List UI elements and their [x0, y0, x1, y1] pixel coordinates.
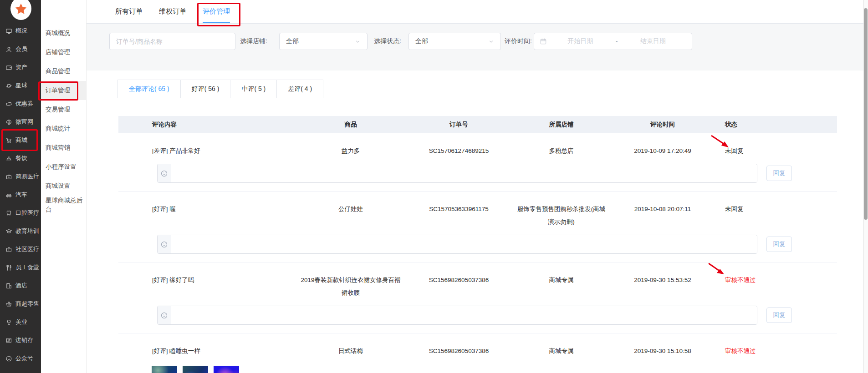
header-product: 商品 — [301, 116, 401, 133]
cloche-icon — [5, 155, 12, 162]
scrollbar-thumb[interactable] — [864, 8, 868, 220]
sidebar-item-planet[interactable]: 星球 — [0, 76, 41, 95]
utensils-icon — [5, 264, 12, 271]
reply-button[interactable]: 回复 — [766, 307, 792, 323]
date-range-picker[interactable]: 开始日期 - 结束日期 — [534, 33, 692, 50]
coupon-icon — [5, 101, 12, 107]
menu-item-mall-statistics[interactable]: 商城统计 — [41, 119, 86, 138]
chevron-down-icon — [488, 39, 494, 45]
sidebar-item-education[interactable]: 教育培训 — [0, 222, 41, 240]
menu-item-planet-mall-admin[interactable]: 星球商城总后台 — [41, 196, 86, 215]
sidebar-item-coupon[interactable]: 优惠券 — [0, 95, 41, 113]
review-status: 审核不通过 — [720, 345, 837, 358]
scrollbar-track[interactable] — [863, 0, 868, 373]
review-order-no: SC157061274689215 — [401, 145, 517, 157]
sidebar-item-member[interactable]: 会员 — [0, 40, 41, 58]
review-shop: 服饰零售预售团购秒杀批发(商城演示勿删) — [517, 203, 606, 228]
header-time: 评论时间 — [606, 116, 720, 133]
menu-item-trade-management[interactable]: 交易管理 — [41, 100, 86, 119]
table-header: 评论内容 商品 订单号 所属店铺 评论时间 状态 — [118, 116, 837, 133]
globe-icon — [5, 119, 12, 126]
main-content: 所有订单 维权订单 评价管理 选择店铺: 全部 选择状态: 全部 评价时间: 开… — [87, 0, 863, 373]
sidebar-item-assets[interactable]: 资产 — [0, 58, 41, 76]
menu-item-shop-management[interactable]: 店铺管理 — [41, 43, 86, 62]
avatar[interactable] — [10, 0, 31, 20]
sidebar-item-label: 酒店 — [15, 282, 27, 290]
emoji-button[interactable] — [158, 164, 171, 182]
menu-item-order-management[interactable]: 订单管理 — [41, 81, 86, 100]
smiley-icon — [160, 312, 168, 319]
shop-select[interactable]: 全部 — [279, 33, 368, 50]
sidebar-item-community-medical[interactable]: 社区医疗 — [0, 240, 41, 258]
sidebar-item-overview[interactable]: 概况 — [0, 22, 41, 40]
order-tab-bar: 所有订单 维权订单 评价管理 — [87, 0, 863, 24]
review-row: [好评] 瞌睡虫一样 日式话梅 SC156982605037386 商城专属 2… — [118, 333, 837, 361]
calendar-icon — [540, 38, 547, 45]
search-input[interactable] — [109, 33, 235, 50]
sidebar-item-micro-site[interactable]: 微官网 — [0, 113, 41, 131]
sidebar-item-retail[interactable]: 商超零售 — [0, 295, 41, 313]
review-comment: [好评] 喔 — [118, 203, 301, 228]
review-image[interactable] — [183, 366, 208, 373]
review-order-no: SC156982605037386 — [401, 345, 517, 358]
sidebar-item-hotel[interactable]: 酒店 — [0, 277, 41, 295]
review-image[interactable] — [214, 366, 239, 373]
reply-button[interactable]: 回复 — [766, 237, 792, 252]
smiley-icon — [160, 241, 168, 248]
sidebar-item-staff-canteen[interactable]: 员工食堂 — [0, 258, 41, 277]
review-status: 未回复 — [720, 145, 837, 157]
review-tab-bar: 全部评论( 65 ) 好评( 56 ) 中评( 5 ) 差评( 4 ) — [117, 80, 323, 98]
chat-icon — [5, 355, 12, 362]
sidebar-item-label: 商城 — [15, 136, 27, 144]
assets-icon — [5, 64, 12, 71]
shop-filter-label: 选择店铺: — [240, 33, 267, 50]
reply-input[interactable] — [171, 164, 757, 182]
sidebar-item-official-account[interactable]: 公众号 — [0, 349, 41, 368]
car-icon — [5, 192, 12, 198]
menu-item-mall-overview[interactable]: 商城概况 — [41, 24, 86, 43]
sidebar-item-label: 星球 — [15, 81, 27, 90]
tab-review-management[interactable]: 评价管理 — [203, 0, 230, 23]
reply-input[interactable] — [171, 306, 757, 324]
reply-row: 回复 — [157, 164, 837, 183]
review-row: [好评] 缘好了吗 2019春装新款针织连衣裙女修身百褶裙收腰 SC156982… — [118, 262, 837, 303]
review-product: 益力多 — [301, 145, 401, 157]
inventory-icon — [5, 337, 12, 344]
basket-icon — [5, 301, 12, 307]
sidebar-item-label: 汽车 — [15, 191, 27, 199]
member-icon — [5, 46, 12, 53]
tab-all-reviews[interactable]: 全部评论( 65 ) — [117, 80, 181, 98]
tab-medium-reviews[interactable]: 中评( 5 ) — [230, 80, 277, 98]
reply-row: 回复 — [157, 235, 837, 254]
sidebar-item-dining[interactable]: 餐饮 — [0, 149, 41, 167]
menu-item-mall-marketing[interactable]: 商城营销 — [41, 138, 86, 157]
sidebar-item-car[interactable]: 汽车 — [0, 186, 41, 204]
tab-all-orders[interactable]: 所有订单 — [115, 0, 143, 23]
review-image[interactable] — [152, 366, 177, 373]
end-date-placeholder[interactable]: 结束日期 — [619, 37, 686, 45]
start-date-placeholder[interactable]: 开始日期 — [547, 37, 614, 45]
review-shop: 商城专属 — [517, 274, 606, 299]
sidebar-item-dental[interactable]: 口腔医疗 — [0, 204, 41, 222]
sidebar-item-mall[interactable]: 商城 — [0, 131, 41, 149]
menu-item-product-management[interactable]: 商品管理 — [41, 62, 86, 81]
sidebar-item-beauty[interactable]: 美业 — [0, 313, 41, 331]
reply-input[interactable] — [171, 235, 757, 253]
reply-button[interactable]: 回复 — [766, 166, 792, 181]
review-order-no: SC156982605037386 — [401, 274, 517, 299]
sidebar-item-label: 进销存 — [15, 336, 33, 344]
emoji-button[interactable] — [158, 306, 171, 324]
status-select[interactable]: 全部 — [408, 33, 501, 50]
emoji-button[interactable] — [158, 235, 171, 253]
sidebar-item-inventory[interactable]: 进销存 — [0, 331, 41, 349]
review-status: 未回复 — [720, 203, 837, 228]
tab-dispute-orders[interactable]: 维权订单 — [159, 0, 186, 23]
sidebar-item-easy-medical[interactable]: 简易医疗 — [0, 167, 41, 186]
sidebar-item-label: 资产 — [15, 63, 27, 71]
review-product: 日式话梅 — [301, 345, 401, 358]
tab-bad-reviews[interactable]: 差评( 4 ) — [277, 80, 323, 98]
menu-item-miniprogram-settings[interactable]: 小程序设置 — [41, 157, 86, 176]
menu-item-mall-settings[interactable]: 商城设置 — [41, 176, 86, 196]
tab-good-reviews[interactable]: 好评( 56 ) — [181, 80, 231, 98]
review-shop: 多粉总店 — [517, 145, 606, 157]
